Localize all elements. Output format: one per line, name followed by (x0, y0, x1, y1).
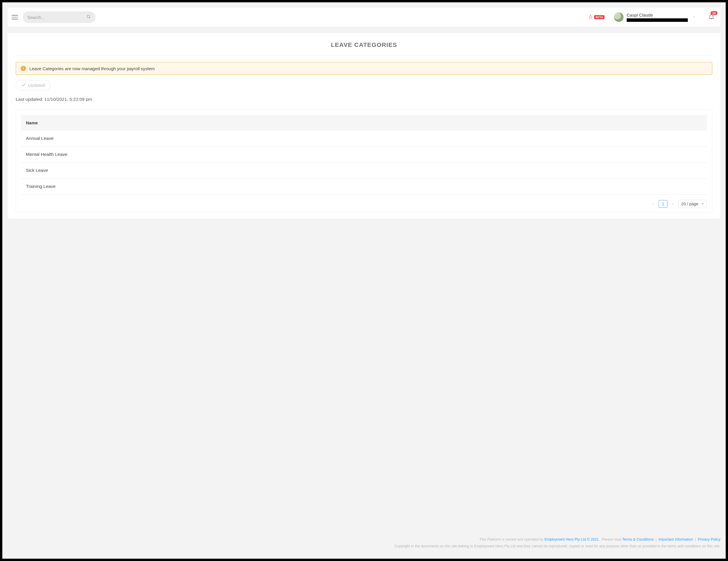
footer-terms-link[interactable]: Terms & Conditions (622, 537, 654, 541)
menu-icon[interactable] (10, 13, 19, 22)
avatar (614, 12, 624, 22)
chevron-down-icon (692, 15, 696, 20)
alert-text: Leave Categories are now managed through… (29, 66, 155, 71)
page-size-select[interactable]: 20 / page (678, 200, 707, 208)
flask-icon (588, 14, 593, 20)
page-title: LEAVE CATEGORIES (16, 41, 712, 56)
search-icon (86, 14, 91, 20)
footer-important-link[interactable]: Important Information (658, 537, 693, 541)
notification-count: 12 (711, 11, 718, 15)
pager-current[interactable]: 1 (659, 200, 667, 208)
footer-text: This Platform is owned and operated by (479, 537, 545, 541)
user-name: Caspi Claude (627, 13, 688, 17)
main-card: LEAVE CATEGORIES ! Leave Categories are … (8, 33, 720, 219)
pager-next[interactable]: › (670, 200, 675, 207)
beta-indicator[interactable]: BETA (588, 14, 605, 20)
updated-chip: Updated (16, 80, 50, 90)
footer-copyright: Copyright in the documents on this site … (8, 543, 720, 550)
table-row[interactable]: Mental Health Leave (21, 147, 707, 163)
check-icon (21, 82, 26, 88)
footer-company-link[interactable]: Employment Hero Pty Ltd © 2021 (545, 537, 599, 541)
bell-icon (708, 16, 715, 21)
svg-line-1 (89, 17, 90, 18)
footer-sep: | (655, 537, 656, 541)
notifications-button[interactable]: 12 (708, 13, 715, 21)
footer-sep: | (695, 537, 696, 541)
leave-categories-table: Name Annual Leave Mental Health Leave Si… (16, 110, 712, 212)
footer-text: . Please read (600, 537, 622, 541)
footer: This Platform is owned and operated by E… (8, 525, 720, 550)
updated-chip-label: Updated (28, 83, 45, 88)
top-bar: BETA Caspi Claude 12 (8, 8, 720, 27)
table-row[interactable]: Annual Leave (21, 130, 707, 147)
table-row[interactable]: Sick Leave (21, 163, 707, 179)
footer-privacy-link[interactable]: Privacy Policy (698, 537, 720, 541)
user-email-redacted (627, 18, 688, 22)
search-field-wrap[interactable] (23, 11, 96, 23)
table-header-name: Name (21, 115, 707, 130)
alert-icon: ! (21, 66, 26, 71)
beta-badge: BETA (594, 15, 605, 19)
pager-prev[interactable]: ‹ (651, 200, 656, 207)
info-alert: ! Leave Categories are now managed throu… (16, 62, 712, 75)
last-updated: Last updated: 11/10/2021, 5:22:09 pm (16, 97, 712, 102)
table-row[interactable]: Training Leave (21, 179, 707, 195)
user-menu[interactable]: Caspi Claude (614, 12, 696, 22)
pagination: ‹ 1 › 20 / page (21, 200, 707, 208)
search-input[interactable] (27, 15, 86, 20)
